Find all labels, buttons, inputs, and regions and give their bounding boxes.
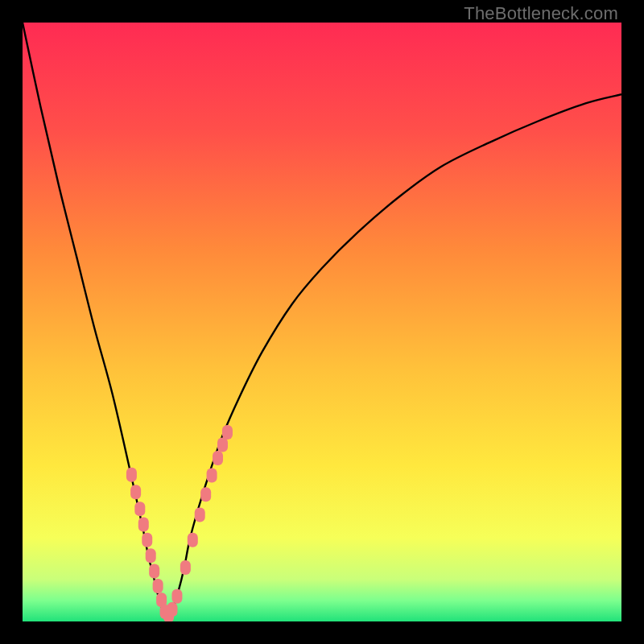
gradient-background (23, 23, 621, 621)
marker (195, 508, 205, 522)
marker (222, 425, 233, 440)
plot-area (23, 23, 621, 621)
watermark-text: TheBottleneck.com (464, 3, 618, 24)
marker (207, 468, 217, 482)
marker (138, 517, 149, 531)
marker (188, 533, 198, 547)
marker (171, 589, 182, 604)
marker (130, 485, 141, 499)
chart-frame: TheBottleneck.com (0, 0, 644, 644)
marker (126, 468, 137, 482)
marker (180, 560, 191, 575)
marker (200, 487, 211, 502)
marker (134, 502, 145, 516)
marker (142, 533, 152, 547)
marker (153, 579, 163, 593)
marker (167, 602, 178, 617)
marker (217, 438, 228, 452)
marker (146, 548, 156, 563)
chart-svg (23, 23, 621, 621)
marker (213, 451, 223, 465)
marker (149, 564, 159, 579)
